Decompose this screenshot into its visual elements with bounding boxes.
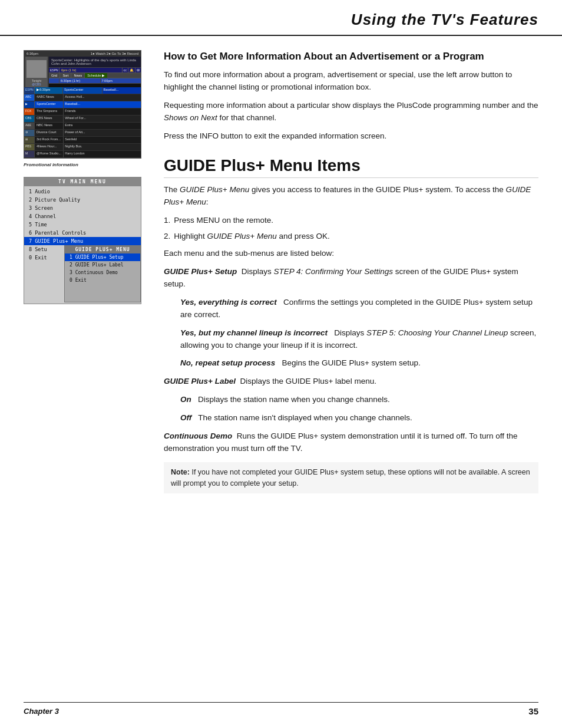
table-row: A&E NBC News Extra [24, 123, 141, 130]
subitem-no-repeat: No, repeat setup process Begins the GUID… [180, 357, 538, 370]
tv-info-box: SportsCenter: Highlights of the day's sp… [49, 57, 141, 68]
table-row: CBS CBS News Wheel of For... [24, 116, 141, 123]
menu-item: 1 Audio [24, 187, 141, 196]
section1-title: How to Get More Information About an Adv… [164, 50, 538, 63]
tv-time: 6:36pm [27, 52, 38, 55]
tv-top-bar: 6:36pm 1● Watch 2● Go To 3● Record [24, 51, 141, 57]
step-2: 2.Highlight GUIDE Plus+ Menu and press O… [164, 230, 538, 243]
subitem-yes-incorrect: Yes, but my channel lineup is incorrect … [180, 327, 538, 352]
table-row: ⚙ Divorce Court Power of Att... [24, 130, 141, 137]
menu-item: 4 Channel [24, 212, 141, 220]
step-1: 1.Press MENU on the remote. [164, 215, 538, 227]
table-row: ABC 4ABC News Access Holl... [24, 94, 141, 101]
menu-item: 3 Screen [24, 204, 141, 212]
section1-para2: Requesting more information about a part… [164, 100, 538, 124]
menu-item: 8 Setu [24, 245, 62, 253]
table-row: M @Home Studio... Harry London [24, 151, 141, 158]
submenu-item-selected: 1 GUIDE Plus+ Setup [65, 253, 140, 261]
menu-screenshot: TV MAIN MENU 1 Audio 2 Picture Quality 3… [24, 177, 141, 304]
right-column: How to Get More Information About an Adv… [164, 50, 538, 493]
each-menu-label: Each menu and the sub-menus are listed b… [164, 248, 538, 260]
menu-item: 0 Exit [24, 253, 62, 262]
table-row: ⊞ 3rd Rock From... Seinfeld [24, 137, 141, 144]
tv-channel-rows: ESPN ▶6:30pm SportsCenter Baseball... AB… [24, 87, 141, 158]
main-content: 6:36pm 1● Watch 2● Go To 3● Record Tonig… [0, 36, 562, 505]
note-box: Note: If you have not completed your GUI… [164, 462, 538, 494]
section1-para3: Press the INFO button to exit the expand… [164, 130, 538, 143]
section1-para1: To find out more information about a pro… [164, 69, 538, 94]
menu-item-continuous-demo: Continuous Demo Runs the GUIDE Plus+ sys… [164, 430, 538, 455]
table-row: ESPN ▶6:30pm SportsCenter Baseball... [24, 87, 141, 94]
menu-item: 5 Time [24, 220, 141, 229]
menu-item-guide-setup: GUIDE Plus+ Setup Displays STEP 4: Confi… [164, 266, 538, 291]
submenu-item: 0 Exit [65, 276, 140, 284]
table-row: ▶ SportsCenter Baseball... [24, 101, 141, 108]
subitem-yes-correct: Yes, everything is correct Confirms the … [180, 297, 538, 321]
menu-item-selected: 7 GUIDE Plus+ Menu [24, 237, 141, 245]
tv-caption: Promotional information [24, 162, 147, 167]
footer-page: 35 [528, 706, 538, 716]
section2-title: GUIDE Plus+ Menu Items [164, 156, 538, 179]
page-footer: Chapter 3 35 [24, 702, 538, 716]
left-column: 6:36pm 1● Watch 2● Go To 3● Record Tonig… [24, 50, 147, 493]
menu-item: 6 Parental Controls [24, 229, 141, 237]
menu-item: 2 Picture Quality [24, 196, 141, 204]
table-row: FOX The Simpsons Friends [24, 108, 141, 116]
subitem-on: On Displays the station name when you ch… [180, 394, 538, 406]
page-header: Using the TV's Features [0, 0, 562, 36]
page-title: Using the TV's Features [24, 11, 538, 29]
menu-title: TV MAIN MENU [24, 177, 141, 186]
footer-chapter: Chapter 3 [24, 707, 59, 716]
section2-intro: The GUIDE Plus+ Menu gives you access to… [164, 184, 538, 209]
tv-controls: 1● Watch 2● Go To 3● Record [91, 52, 138, 55]
submenu-item: 3 Continuous Demo [65, 269, 140, 276]
menu-item-guide-label: GUIDE Plus+ Label Displays the GUIDE Plu… [164, 375, 538, 388]
submenu-item: 2 GUIDE Plus+ Label [65, 261, 140, 269]
table-row: PBS 4News Hour... Nightly Bus. [24, 144, 141, 151]
subitem-off: Off The station name isn't displayed whe… [180, 412, 538, 424]
tv-guide-screenshot: 6:36pm 1● Watch 2● Go To 3● Record Tonig… [24, 50, 141, 159]
submenu-title: GUIDE PLUS+ MENU [65, 246, 140, 253]
